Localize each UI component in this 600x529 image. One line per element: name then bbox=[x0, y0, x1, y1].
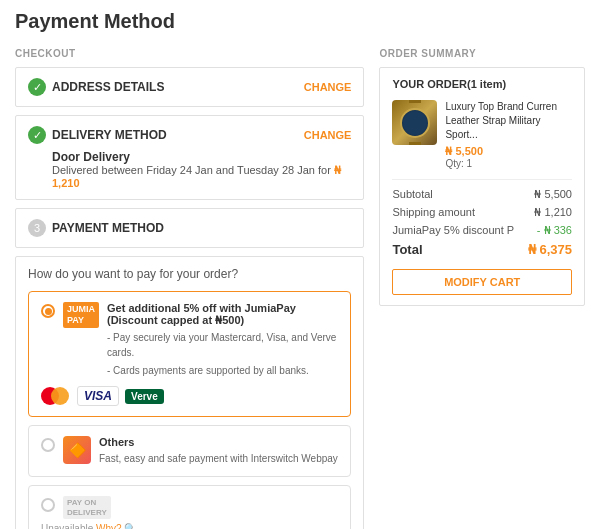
summary-discount-row: JumiaPay 5% discount P - ₦ 336 bbox=[392, 224, 572, 237]
checkout-section: CHECKOUT ✓ ADDRESS DETAILS CHANGE ✓ DELI… bbox=[15, 48, 364, 529]
jumiapay-logo: JUMIAPAY bbox=[63, 302, 99, 328]
summary-shipping-row: Shipping amount ₦ 1,210 bbox=[392, 206, 572, 219]
why-link[interactable]: Why? bbox=[96, 523, 122, 529]
step-address-icon: ✓ bbox=[28, 78, 46, 96]
step-address: ✓ ADDRESS DETAILS CHANGE bbox=[15, 67, 364, 107]
summary-discount-value: - ₦ 336 bbox=[537, 224, 572, 237]
step-delivery-title: DELIVERY METHOD bbox=[52, 128, 167, 142]
step-delivery-header-left: ✓ DELIVERY METHOD bbox=[28, 126, 167, 144]
mc-circle2 bbox=[51, 387, 69, 405]
summary-shipping-value: ₦ 1,210 bbox=[534, 206, 572, 219]
delivery-dates: Delivered between Friday 24 Jan and Tues… bbox=[52, 164, 351, 189]
payment-option-pod[interactable]: PAY ONDELIVERY Unavailable Why? 🔍 bbox=[28, 485, 351, 529]
step-payment: 3 PAYMENT METHOD bbox=[15, 208, 364, 248]
order-summary-section: ORDER SUMMARY YOUR ORDER(1 item) Luxury … bbox=[379, 48, 585, 529]
unavailable-text: Unavailable Why? 🔍 bbox=[41, 523, 338, 529]
step-address-header-left: ✓ ADDRESS DETAILS bbox=[28, 78, 164, 96]
payment-option-others[interactable]: 🔶 Others Fast, easy and safe payment wit… bbox=[28, 425, 351, 477]
watch-face bbox=[400, 108, 430, 138]
jumiapay-detail-2: - Cards payments are supported by all ba… bbox=[107, 363, 338, 378]
payment-option-jumiapay[interactable]: JUMIAPAY Get additional 5% off with Jumi… bbox=[28, 291, 351, 417]
delivery-dates-text: Delivered between Friday 24 Jan and Tues… bbox=[52, 164, 331, 176]
order-summary-label: ORDER SUMMARY bbox=[379, 48, 585, 59]
others-label: Others bbox=[99, 436, 338, 448]
main-layout: CHECKOUT ✓ ADDRESS DETAILS CHANGE ✓ DELI… bbox=[15, 48, 585, 529]
product-qty: Qty: 1 bbox=[445, 158, 572, 169]
product-image bbox=[392, 100, 437, 145]
step-payment-icon: 3 bbox=[28, 219, 46, 237]
visa-logo: VISA bbox=[77, 386, 119, 406]
pod-radio[interactable] bbox=[41, 498, 55, 512]
your-order-label: YOUR ORDER(1 item) bbox=[392, 78, 572, 90]
card-logos: VISA Verve bbox=[41, 386, 338, 406]
step-address-change[interactable]: CHANGE bbox=[304, 81, 352, 93]
product-info: Luxury Top Brand Curren Leather Strap Mi… bbox=[445, 100, 572, 169]
verve-logo: Verve bbox=[125, 389, 164, 404]
summary-total-label: Total bbox=[392, 242, 422, 257]
others-detail: Fast, easy and safe payment with Intersw… bbox=[99, 451, 338, 466]
step-delivery-header: ✓ DELIVERY METHOD CHANGE bbox=[28, 126, 351, 144]
jumiapay-radio-inner bbox=[45, 308, 52, 315]
unavailable-label: Unavailable bbox=[41, 523, 93, 529]
step-delivery: ✓ DELIVERY METHOD CHANGE Door Delivery D… bbox=[15, 115, 364, 200]
page-title: Payment Method bbox=[15, 10, 585, 33]
others-radio[interactable] bbox=[41, 438, 55, 452]
mastercard-logo bbox=[41, 387, 71, 405]
step-address-title: ADDRESS DETAILS bbox=[52, 80, 164, 94]
summary-shipping-label: Shipping amount bbox=[392, 206, 475, 219]
jumiapay-radio[interactable] bbox=[41, 304, 55, 318]
product-name: Luxury Top Brand Curren Leather Strap Mi… bbox=[445, 100, 572, 142]
payment-question: How do you want to pay for your order? bbox=[28, 267, 351, 281]
others-header: 🔶 Others Fast, easy and safe payment wit… bbox=[41, 436, 338, 466]
pod-header: PAY ONDELIVERY bbox=[41, 496, 338, 519]
step-address-header: ✓ ADDRESS DETAILS CHANGE bbox=[28, 78, 351, 96]
others-icon: 🔶 bbox=[63, 436, 91, 464]
jumiapay-header: JUMIAPAY Get additional 5% off with Jumi… bbox=[41, 302, 338, 378]
product-price: ₦ 5,500 bbox=[445, 145, 572, 158]
page-wrapper: Payment Method CHECKOUT ✓ ADDRESS DETAIL… bbox=[0, 0, 600, 529]
order-item: Luxury Top Brand Curren Leather Strap Mi… bbox=[392, 100, 572, 169]
others-desc: Others Fast, easy and safe payment with … bbox=[99, 436, 338, 466]
jumiapay-detail-1: - Pay securely via your Mastercard, Visa… bbox=[107, 330, 338, 360]
others-logo: 🔶 bbox=[63, 436, 91, 464]
step-delivery-detail: Door Delivery Delivered between Friday 2… bbox=[52, 150, 351, 189]
step-payment-title: PAYMENT METHOD bbox=[52, 221, 164, 235]
pod-box: PAY ONDELIVERY bbox=[63, 496, 111, 519]
summary-discount-label: JumiaPay 5% discount P bbox=[392, 224, 514, 237]
summary-total-value: ₦ 6,375 bbox=[528, 242, 572, 257]
watch-strap-bottom bbox=[409, 142, 421, 145]
jumiapay-desc: Get additional 5% off with JumiaPay (Dis… bbox=[107, 302, 338, 378]
watch-strap-top bbox=[409, 100, 421, 103]
summary-subtotal-label: Subtotal bbox=[392, 188, 432, 201]
jumiapay-promo: Get additional 5% off with JumiaPay (Dis… bbox=[107, 302, 338, 327]
summary-divider bbox=[392, 179, 572, 180]
summary-total-row: Total ₦ 6,375 bbox=[392, 242, 572, 257]
step-delivery-icon: ✓ bbox=[28, 126, 46, 144]
payment-section: How do you want to pay for your order? J… bbox=[15, 256, 364, 529]
delivery-type: Door Delivery bbox=[52, 150, 351, 164]
pod-logo: PAY ONDELIVERY bbox=[63, 496, 111, 519]
checkout-label: CHECKOUT bbox=[15, 48, 364, 59]
step-payment-header: 3 PAYMENT METHOD bbox=[28, 219, 351, 237]
order-summary-box: YOUR ORDER(1 item) Luxury Top Brand Curr… bbox=[379, 67, 585, 306]
summary-subtotal-row: Subtotal ₦ 5,500 bbox=[392, 188, 572, 201]
step-delivery-change[interactable]: CHANGE bbox=[304, 129, 352, 141]
modify-cart-button[interactable]: MODIFY CART bbox=[392, 269, 572, 295]
summary-subtotal-value: ₦ 5,500 bbox=[534, 188, 572, 201]
jumiapay-box: JUMIAPAY bbox=[63, 302, 99, 328]
step-payment-header-left: 3 PAYMENT METHOD bbox=[28, 219, 164, 237]
